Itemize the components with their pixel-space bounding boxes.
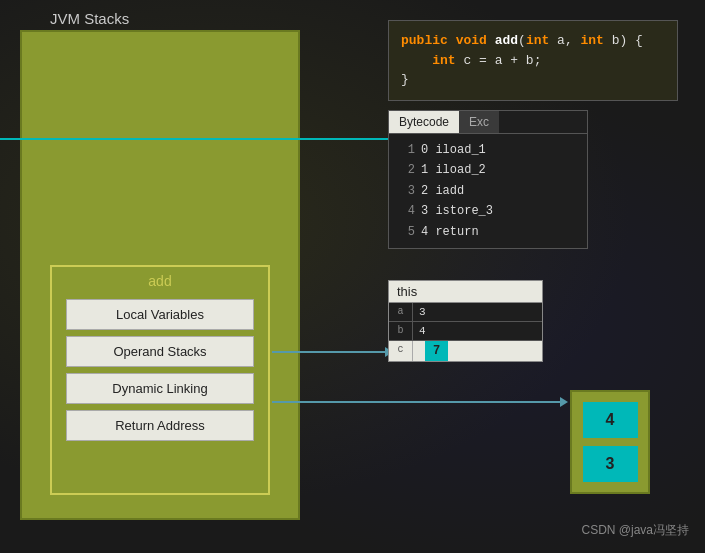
bytecode-panel: Bytecode Exc 1 0 iload_1 2 1 iload_2 3 2… (388, 110, 588, 249)
operand-value-4: 4 (583, 402, 638, 438)
bytecode-tabs: Bytecode Exc (389, 111, 587, 134)
bytecode-row-3: 4 3 istore_3 (399, 201, 577, 221)
jvm-title: JVM Stacks (50, 10, 129, 27)
operand-stack-box: 4 3 (570, 390, 650, 494)
frame-dynamic-linking: Dynamic Linking (66, 373, 254, 404)
local-vars-table: this a 3 b 4 c 7 (388, 280, 543, 362)
local-var-b: b 4 (389, 322, 542, 341)
bytecode-row-2: 3 2 iadd (399, 181, 577, 201)
local-vars-header: this (389, 281, 542, 303)
stack-frame: add Local Variables Operand Stacks Dynam… (50, 265, 270, 495)
arrow-local-vars (272, 351, 387, 353)
operand-value-3: 3 (583, 446, 638, 482)
frame-return-address: Return Address (66, 410, 254, 441)
code-line-2: int c = a + b; (401, 51, 665, 71)
tab-exc[interactable]: Exc (459, 111, 499, 133)
code-line-1: public void add(int a, int b) { (401, 31, 665, 51)
arrow-operand-stack (272, 401, 562, 403)
bytecode-row-4: 5 4 return (399, 222, 577, 242)
stack-frame-title: add (52, 267, 268, 293)
bytecode-body: 1 0 iload_1 2 1 iload_2 3 2 iadd 4 3 ist… (389, 134, 587, 248)
frame-operand-stacks: Operand Stacks (66, 336, 254, 367)
code-panel: public void add(int a, int b) { int c = … (388, 20, 678, 101)
frame-local-variables: Local Variables (66, 299, 254, 330)
bytecode-row-1: 2 1 iload_2 (399, 160, 577, 180)
code-line-3: } (401, 70, 665, 90)
local-var-c: c 7 (389, 341, 542, 361)
tab-bytecode[interactable]: Bytecode (389, 111, 459, 133)
bytecode-row-0: 1 0 iload_1 (399, 140, 577, 160)
watermark: CSDN @java冯坚持 (581, 522, 689, 539)
local-var-a: a 3 (389, 303, 542, 322)
